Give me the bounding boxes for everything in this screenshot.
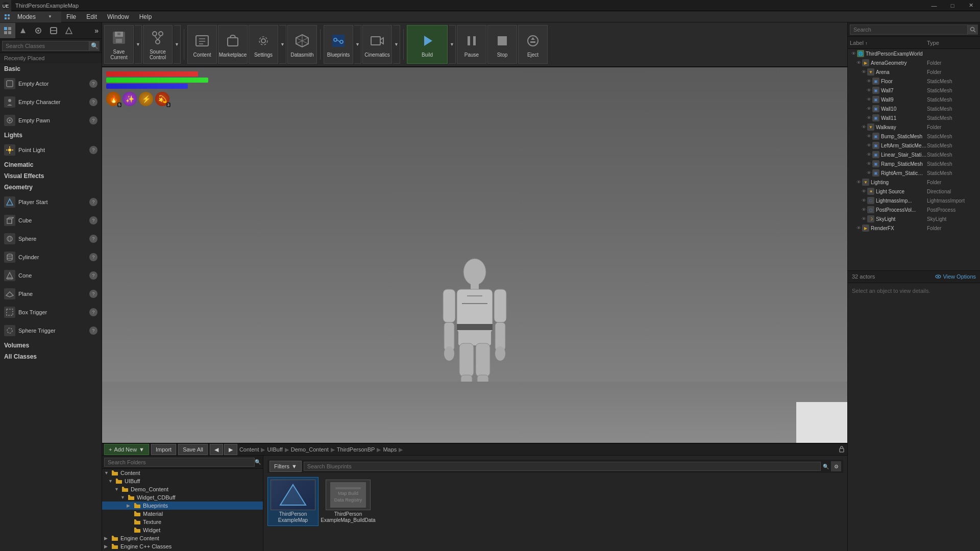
lock-icon[interactable] — [838, 445, 845, 454]
menu-edit[interactable]: Edit — [81, 11, 102, 22]
cylinder-help[interactable]: ? — [89, 253, 97, 261]
outliner-search-input[interactable] — [850, 24, 968, 35]
class-item-sphere[interactable]: Sphere ? — [0, 230, 102, 248]
class-item-cylinder[interactable]: Cylinder ? — [0, 248, 102, 266]
folder-widget[interactable]: Widget — [102, 526, 263, 534]
folder-engine-content[interactable]: ▶ Engine Content — [102, 534, 263, 542]
outliner-ramp[interactable]: 👁 ▣ Ramp_StaticMesh StaticMesh — [848, 159, 980, 168]
folder-content[interactable]: ▼ Content — [102, 469, 263, 477]
folder-demo-content[interactable]: ▼ Demo_Content — [102, 485, 263, 493]
class-item-empty-actor[interactable]: Empty Actor ? — [0, 74, 102, 93]
section-basic[interactable]: Basic — [0, 63, 102, 74]
class-item-plane[interactable]: Plane ? — [0, 285, 102, 303]
class-item-point-light[interactable]: Point Light ? — [0, 141, 102, 159]
cinematics-dropdown[interactable]: ▼ — [393, 25, 400, 64]
cinematics-button[interactable]: Cinematics — [362, 25, 392, 64]
section-all-classes[interactable]: All Classes — [0, 351, 102, 362]
mode-tab-3[interactable] — [31, 23, 46, 38]
asset-search-input[interactable] — [304, 462, 821, 471]
player-start-help[interactable]: ? — [89, 198, 97, 206]
outliner-lightmass[interactable]: 👁 □ LightmassImp... LightmassImport — [848, 196, 980, 205]
asset-thirdperson-builddata[interactable]: Map Build Data Registry ThirdPerson Exam… — [323, 477, 374, 526]
build-dropdown[interactable]: ▼ — [449, 25, 456, 64]
outliner-wall9[interactable]: 👁 ▣ Wall9 StaticMesh — [848, 95, 980, 104]
view-options-outliner[interactable]: View Options — [935, 273, 976, 280]
breadcrumb-demo-content[interactable]: Demo_Content — [291, 446, 329, 453]
asset-browser-settings[interactable]: ⚙ — [831, 461, 841, 471]
outliner-renderfx[interactable]: 👁 ▶ RenderFX Folder — [848, 223, 980, 233]
outliner-arena[interactable]: 👁 ▼ Arena Folder — [848, 67, 980, 77]
point-light-help[interactable]: ? — [89, 146, 97, 154]
save-all-button[interactable]: Save All — [178, 444, 208, 455]
section-volumes[interactable]: Volumes — [0, 340, 102, 351]
outliner-walkway[interactable]: 👁 ▼ Walkway Folder — [848, 122, 980, 132]
outliner-wall10[interactable]: 👁 ▣ Wall10 StaticMesh — [848, 104, 980, 113]
folder-texture[interactable]: Texture — [102, 518, 263, 526]
folder-uibuff[interactable]: ▼ UIBuff — [102, 477, 263, 485]
outliner-wall7[interactable]: 👁 ▣ Wall7 StaticMesh — [848, 86, 980, 95]
folder-blueprints[interactable]: ▶ Blueprints — [102, 502, 263, 510]
blueprints-dropdown[interactable]: ▼ — [354, 25, 361, 64]
outliner-wall11[interactable]: 👁 ▣ Wall11 StaticMesh — [848, 113, 980, 122]
outliner-linear-stair[interactable]: 👁 ▣ Linear_Stair_StaticMesh StaticMesh — [848, 150, 980, 159]
empty-actor-help[interactable]: ? — [89, 80, 97, 88]
menu-window[interactable]: Window — [102, 11, 134, 22]
outliner-bump[interactable]: 👁 ▣ Bump_StaticMesh StaticMesh — [848, 132, 980, 141]
menu-file[interactable]: File — [61, 11, 81, 22]
save-current-dropdown[interactable]: ▼ — [135, 25, 142, 64]
outliner-floor[interactable]: 👁 ▣ Floor StaticMesh — [848, 77, 980, 86]
asset-search-button[interactable]: 🔍 — [823, 464, 829, 469]
folder-material[interactable]: Material — [102, 510, 263, 518]
class-item-empty-pawn[interactable]: Empty Pawn ? — [0, 111, 102, 130]
breadcrumb-maps[interactable]: Maps — [383, 446, 397, 453]
close-button[interactable]: ✕ — [962, 0, 980, 11]
section-geometry[interactable]: Geometry — [0, 182, 102, 193]
search-classes-input[interactable] — [2, 41, 89, 51]
marketplace-button[interactable]: Marketplace — [218, 25, 248, 64]
nav-forward-button[interactable]: ▶ — [224, 444, 237, 455]
outliner-rightarm[interactable]: 👁 ▣ RightArm_StaticMesh StaticMesh — [848, 168, 980, 178]
nav-back-button[interactable]: ◀ — [210, 444, 223, 455]
import-button[interactable]: Import — [151, 444, 176, 455]
source-control-button[interactable]: Source Control — [143, 25, 173, 64]
class-item-player-start[interactable]: Player Start ? — [0, 193, 102, 211]
maximize-button[interactable]: □ — [943, 0, 962, 11]
class-item-sphere-trigger[interactable]: Sphere Trigger ? — [0, 321, 102, 340]
search-classes-button[interactable]: 🔍 — [89, 41, 100, 51]
content-button[interactable]: Content — [187, 25, 217, 64]
stop-button[interactable]: Stop — [487, 25, 517, 64]
plane-help[interactable]: ? — [89, 290, 97, 298]
outliner-arena-geometry[interactable]: 👁 ▶ ArenaGeometry Folder — [848, 58, 980, 67]
asset-thirdperson-map[interactable]: ThirdPerson ExampleMap — [267, 477, 318, 526]
class-item-cube[interactable]: Cube ? — [0, 211, 102, 230]
cube-help[interactable]: ? — [89, 216, 97, 224]
outliner-skylight[interactable]: 👁 ☽ SkyLight SkyLight — [848, 214, 980, 223]
sphere-trigger-help[interactable]: ? — [89, 327, 97, 335]
section-cinematic[interactable]: Cinematic — [0, 159, 102, 170]
sphere-help[interactable]: ? — [89, 235, 97, 243]
empty-character-help[interactable]: ? — [89, 98, 97, 106]
outliner-leftarm[interactable]: 👁 ▣ LeftArm_StaticMesh StaticMesh — [848, 141, 980, 150]
folder-search-input[interactable] — [104, 458, 255, 467]
settings-dropdown[interactable]: ▼ — [279, 25, 286, 64]
outliner-light-source[interactable]: 👁 ☀ Light Source Directional — [848, 187, 980, 196]
outliner-world[interactable]: 👁 🌐 ThirdPersonExampWorld — [848, 49, 980, 58]
breadcrumb-uibuff[interactable]: UIBuff — [267, 446, 282, 453]
filters-button[interactable]: Filters ▼ — [270, 461, 302, 472]
outliner-postprocess[interactable]: 👁 ◻ PostProcessVol... PostProcess — [848, 205, 980, 214]
save-current-button[interactable]: Save Current — [104, 25, 134, 64]
section-visual-effects[interactable]: Visual Effects — [0, 170, 102, 182]
eject-button[interactable]: Eject — [518, 25, 548, 64]
mode-tab-5[interactable] — [61, 23, 77, 38]
class-item-cone[interactable]: Cone ? — [0, 266, 102, 285]
empty-pawn-help[interactable]: ? — [89, 116, 97, 124]
modes-more-button[interactable]: » — [91, 27, 102, 35]
settings-button[interactable]: Settings — [249, 25, 278, 64]
mode-tab-4[interactable] — [46, 23, 61, 38]
datasmith-button[interactable]: Datasmith — [287, 25, 317, 64]
modes-dropdown[interactable]: Modes ▼ — [0, 11, 61, 22]
build-button[interactable]: Build — [407, 25, 448, 64]
source-control-dropdown[interactable]: ▼ — [174, 25, 181, 64]
cone-help[interactable]: ? — [89, 271, 97, 280]
breadcrumb-content[interactable]: Content — [239, 446, 259, 453]
